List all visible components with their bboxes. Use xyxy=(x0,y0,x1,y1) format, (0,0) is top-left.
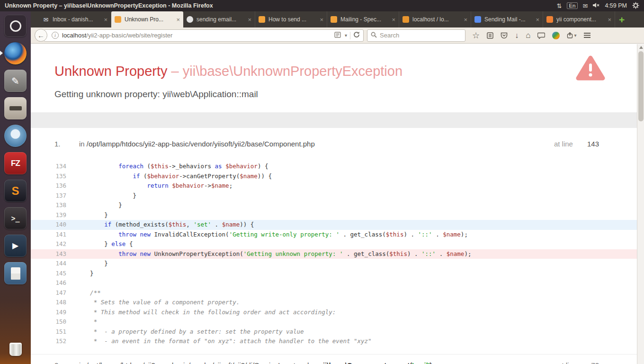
url-text: localhost/yii2-app-basic/web/site/regist… xyxy=(62,32,172,39)
reload-icon[interactable] xyxy=(353,31,360,39)
tab-close-icon[interactable]: × xyxy=(320,16,323,23)
page-content: Unknown Property – yii\base\UnknownPrope… xyxy=(31,44,637,364)
download-icon[interactable]: ↓ xyxy=(515,32,519,39)
code-text: * Sets the value of a component property… xyxy=(76,298,240,308)
code-line-134: 134 foreach ($this->_behaviors as $behav… xyxy=(31,162,637,172)
addon-circle-icon[interactable] xyxy=(552,32,560,39)
share-icon[interactable]: ▾ xyxy=(567,32,576,38)
tab-7[interactable]: Sending Mail -...× xyxy=(471,11,543,27)
bookmark-star-icon[interactable]: ☆ xyxy=(472,31,480,40)
tab-label: How to send ... xyxy=(268,16,316,23)
volume-icon[interactable] xyxy=(593,2,599,9)
line-number-gutter: 136 xyxy=(31,181,66,191)
unity-launcher: ✎FZS>_▶ xyxy=(0,11,31,364)
vertical-scrollbar[interactable] xyxy=(637,44,644,364)
stack-frame-2-header[interactable]: 2. in /opt/lampp/htdocs/yii2-app-basic/v… xyxy=(31,354,637,364)
tab-close-icon[interactable]: × xyxy=(248,16,251,23)
scrollbar-up-arrow[interactable] xyxy=(639,46,643,49)
keyboard-layout-indicator[interactable]: En xyxy=(567,2,577,9)
code-text: } xyxy=(76,210,108,220)
tab-6[interactable]: localhost / lo...× xyxy=(399,11,471,27)
frame-line-info: at line 73 xyxy=(558,361,599,364)
code-text: } xyxy=(76,259,108,269)
frame-file: in /opt/lampp/htdocs/yii2-app-basic/vend… xyxy=(79,361,315,364)
callstack-divider xyxy=(31,112,637,128)
sublime-text-icon[interactable]: S xyxy=(4,180,27,202)
tab-label: Mailing - Spec... xyxy=(340,16,388,23)
new-tab-button[interactable]: + xyxy=(619,15,625,25)
bookmarks-list-icon[interactable] xyxy=(487,32,493,39)
software-center-icon[interactable] xyxy=(4,97,27,119)
code-line-140: 140 if (method_exists($this, 'set' . $na… xyxy=(31,220,637,230)
dropdown-caret-icon[interactable]: ▾ xyxy=(345,33,347,38)
frame-index: 2. xyxy=(54,361,79,364)
code-text: } xyxy=(76,191,136,201)
at-line-label: at line xyxy=(554,140,573,148)
url-bar[interactable]: i localhost/yii2-app-basic/web/site/regi… xyxy=(44,29,364,42)
trash-icon[interactable] xyxy=(4,338,27,360)
hello-chat-icon[interactable] xyxy=(537,32,545,39)
window-title: Unknown Property – yii\base\UnknownPrope… xyxy=(5,2,213,9)
terminal-icon[interactable]: >_ xyxy=(4,207,27,229)
tab-close-icon[interactable]: × xyxy=(104,16,107,23)
search-magnifier-icon xyxy=(371,31,377,40)
clock[interactable]: 4:59 PM xyxy=(605,2,627,9)
url-path: /yii2-app-basic/web/site/register xyxy=(86,32,172,39)
scrollbar-thumb[interactable] xyxy=(638,51,644,121)
tab-close-icon[interactable]: × xyxy=(608,16,611,23)
firefox-icon[interactable] xyxy=(4,42,27,64)
tab-4[interactable]: How to send ...× xyxy=(255,11,327,27)
frame-index: 1. xyxy=(54,140,79,148)
toolbar-icons: ☆ ↓ ⌂ ▾ xyxy=(472,31,591,40)
exception-class: – yii\base\UnknownPropertyException xyxy=(168,64,402,79)
code-line-139: 139 } xyxy=(31,210,637,220)
filezilla-icon[interactable]: FZ xyxy=(4,152,27,174)
line-number-gutter: 144 xyxy=(31,259,66,269)
graphics-tool-icon[interactable]: ▶ xyxy=(4,235,27,257)
stack-frame-1-header[interactable]: 1. in /opt/lampp/htdocs/yii2-app-basic/v… xyxy=(31,135,637,152)
yii-tab-icon xyxy=(259,16,265,23)
tab-close-icon[interactable]: × xyxy=(392,16,395,23)
line-number-gutter: 151 xyxy=(31,327,66,337)
network-arrows-icon[interactable]: ⇅ xyxy=(557,3,562,9)
code-text: * - an event in the format of "on xyz": … xyxy=(76,337,372,346)
menu-hamburger-icon[interactable] xyxy=(583,32,591,38)
reader-mode-icon[interactable] xyxy=(334,32,341,39)
tab-close-icon[interactable]: × xyxy=(176,16,180,23)
line-number-gutter: 149 xyxy=(31,308,66,318)
home-icon[interactable]: ⌂ xyxy=(526,31,530,39)
session-gear-icon[interactable] xyxy=(632,2,639,10)
line-number: 73 xyxy=(591,361,599,364)
share-caret-icon[interactable]: ▾ xyxy=(574,33,576,38)
system-indicators: ⇅ En ✉ 4:59 PM xyxy=(557,2,644,10)
tab-8[interactable]: yii component...× xyxy=(543,11,615,27)
tab-2[interactable]: Unknown Pro...× xyxy=(111,11,183,27)
chromium-icon[interactable] xyxy=(4,125,27,147)
search-input[interactable] xyxy=(380,32,451,39)
text-editor-icon[interactable]: ✎ xyxy=(4,70,27,92)
tab-close-icon[interactable]: × xyxy=(536,16,539,23)
tab-label: localhost / lo... xyxy=(412,16,460,23)
pocket-icon[interactable] xyxy=(501,32,508,39)
code-line-138: 138 } xyxy=(31,200,637,210)
mail-indicator-icon[interactable]: ✉ xyxy=(583,3,588,9)
code-line-148: 148 * Sets the value of a component prop… xyxy=(31,298,637,308)
tab-1[interactable]: ✉Inbox - danish...× xyxy=(39,11,111,27)
search-bar[interactable] xyxy=(367,29,465,42)
dash-home-icon[interactable] xyxy=(4,15,27,37)
frame-file: in /opt/lampp/htdocs/yii2-app-basic/vend… xyxy=(79,140,315,148)
code-line-147: 147 /** xyxy=(31,288,637,298)
tab-5[interactable]: Mailing - Spec...× xyxy=(327,11,399,27)
document-viewer-icon[interactable] xyxy=(4,262,27,284)
code-text: throw new InvalidCallException('Getting … xyxy=(76,230,468,240)
identity-info-icon[interactable]: i xyxy=(52,32,59,39)
code-line-137: 137 } xyxy=(31,191,637,201)
line-number-gutter: 142 xyxy=(31,239,66,249)
back-button[interactable]: ← xyxy=(35,29,47,42)
tab-close-icon[interactable]: × xyxy=(464,16,467,23)
code-line-151: 151 * - a property defined by a setter: … xyxy=(31,327,637,337)
mail-tab-icon: ✉ xyxy=(43,16,49,23)
code-text: /** xyxy=(76,288,101,298)
tab-3[interactable]: sending email...× xyxy=(183,11,255,27)
code-text: } xyxy=(76,200,122,210)
